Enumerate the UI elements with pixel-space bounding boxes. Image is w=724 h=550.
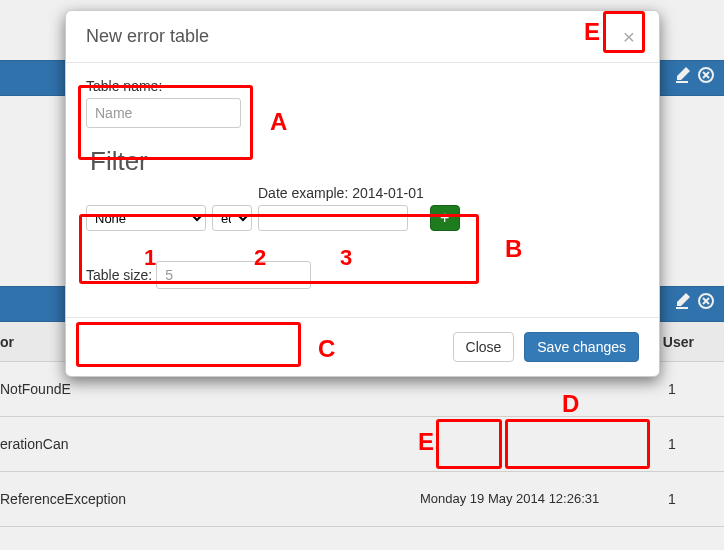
modal-footer: Close Save changes <box>66 317 659 376</box>
date-hint-label: Date example: 2014-01-01 <box>258 185 424 201</box>
filter-heading: Filter <box>90 146 639 177</box>
modal-title: New error table <box>86 26 209 47</box>
close-icon[interactable]: × <box>619 26 639 47</box>
filter-operator-select[interactable]: eq <box>212 205 252 231</box>
table-name-input[interactable] <box>86 98 241 128</box>
table-size-input[interactable] <box>156 261 311 289</box>
save-changes-button[interactable]: Save changes <box>524 332 639 362</box>
modal-body: Table name: Filter None eq <box>66 63 659 317</box>
modal-header: New error table × <box>66 11 659 63</box>
close-button[interactable]: Close <box>453 332 515 362</box>
plus-icon: + <box>440 210 449 226</box>
add-filter-button[interactable]: + <box>430 205 460 231</box>
filter-value-input[interactable] <box>258 205 408 231</box>
new-error-table-modal: New error table × Table name: Filter Non… <box>65 10 660 377</box>
table-size-label: Table size: <box>86 267 152 283</box>
filter-field-select[interactable]: None <box>86 205 206 231</box>
table-name-group: Table name: <box>86 78 639 128</box>
filter-group: None eq Date example: 2014-01-01 + <box>86 185 639 231</box>
table-name-label: Table name: <box>86 78 639 94</box>
table-size-group: Table size: <box>86 261 639 289</box>
